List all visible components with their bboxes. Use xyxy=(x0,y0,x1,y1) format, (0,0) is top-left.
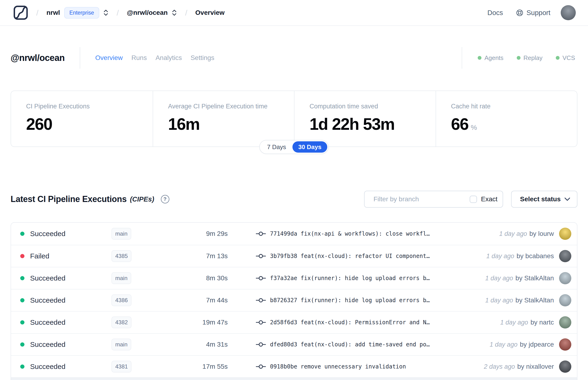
tab-analytics[interactable]: Analytics xyxy=(155,54,182,62)
status-select-dropdown[interactable]: Select status xyxy=(511,191,577,208)
divider xyxy=(80,47,80,69)
row-author: by StalkAltan xyxy=(515,274,554,282)
next-row-edge xyxy=(11,378,577,380)
tab-settings[interactable]: Settings xyxy=(190,54,214,62)
cipe-table-row[interactable]: Succeeded 4386 7m 44s b8726327 fix(runne… xyxy=(11,289,577,311)
author-avatar xyxy=(559,228,571,240)
help-icon[interactable]: ? xyxy=(161,195,169,203)
commit-message-link[interactable]: dfed80d3 feat(nx-cloud): add time-saved … xyxy=(270,341,430,348)
row-duration: 8m 30s xyxy=(171,274,228,282)
service-vcs[interactable]: VCS xyxy=(556,54,575,62)
range-7-days-button[interactable]: 7 Days xyxy=(261,143,292,151)
stat-value: 66 xyxy=(451,115,469,133)
row-author: by jdpearce xyxy=(520,341,554,348)
cipe-table-row[interactable]: Succeeded main 4m 31s dfed80d3 feat(nx-c… xyxy=(11,333,577,355)
exact-match-control: Exact xyxy=(463,195,503,203)
workspace-name[interactable]: @nrwl/ocean xyxy=(127,9,168,17)
service-replay-label: Replay xyxy=(524,54,543,62)
row-duration: 19m 47s xyxy=(171,319,228,326)
cipe-title-suffix: (CIPEs) xyxy=(130,195,154,203)
service-agents-label: Agents xyxy=(485,54,504,62)
stat-value: 1d 22h 53m xyxy=(309,115,395,133)
status-dot xyxy=(20,232,24,236)
cipe-table-row[interactable]: Succeeded main 9m 29s 771499da fix(nx-ap… xyxy=(11,223,577,245)
commit-message-link[interactable]: f37a32ae fix(runner): hide log upload er… xyxy=(270,275,430,282)
git-commit-icon xyxy=(256,363,266,370)
stat-value: 16m xyxy=(168,115,200,133)
row-meta: 1 day ago by StalkAltan xyxy=(485,272,571,284)
stat-label: Computation time saved xyxy=(309,103,429,110)
cipe-table-row[interactable]: Failed 4385 7m 13s 3b79fb38 feat(nx-clou… xyxy=(11,245,577,267)
breadcrumb-page: Overview xyxy=(195,9,225,17)
range-30-days-button[interactable]: 30 Days xyxy=(292,141,327,152)
cipe-table-row[interactable]: Succeeded 4381 17m 55s 0918b0be remove u… xyxy=(11,355,577,378)
breadcrumb-separator: / xyxy=(117,8,119,18)
page-title: @nrwl/ocean xyxy=(11,53,65,63)
branch-column: 4382 xyxy=(112,317,171,328)
commit-message-link[interactable]: 3b79fb38 feat(nx-cloud): refactor UI com… xyxy=(270,253,430,259)
row-duration: 7m 44s xyxy=(171,297,228,304)
commit-message-link[interactable]: b8726327 fix(runner): hide log upload er… xyxy=(270,297,430,304)
branch-badge[interactable]: main xyxy=(112,228,131,240)
exact-checkbox[interactable] xyxy=(470,196,477,203)
row-duration: 7m 13s xyxy=(171,252,228,260)
branch-column: main xyxy=(112,339,171,350)
tab-runs[interactable]: Runs xyxy=(132,54,147,62)
stat-cards: CI Pipeline Executions 260 Average CI Pi… xyxy=(11,91,577,147)
branch-badge[interactable]: 4385 xyxy=(112,250,132,262)
branch-badge[interactable]: 4386 xyxy=(112,294,132,306)
stat-suffix: % xyxy=(471,123,477,131)
row-status: Succeeded xyxy=(30,274,112,282)
service-vcs-label: VCS xyxy=(563,54,575,62)
stat-label: Average CI Pipeline Execution time xyxy=(168,103,287,110)
commit-message-link[interactable]: 0918b0be remove unnecessary invalidation xyxy=(270,363,406,370)
cipe-table-body: Succeeded main 9m 29s 771499da fix(nx-ap… xyxy=(11,223,577,378)
branch-filter-group: Exact xyxy=(364,191,503,208)
support-link[interactable]: Support xyxy=(516,9,550,17)
lifebuoy-icon xyxy=(516,9,523,17)
row-meta: 1 day ago by jdpearce xyxy=(490,338,571,351)
branch-badge[interactable]: main xyxy=(112,339,131,350)
row-author: by nixallover xyxy=(517,363,554,370)
row-author: by lourw xyxy=(530,230,554,237)
row-status: Succeeded xyxy=(30,362,112,371)
status-dot xyxy=(20,276,24,280)
breadcrumb-separator: / xyxy=(185,8,187,18)
tab-overview[interactable]: Overview xyxy=(95,54,123,62)
status-dot xyxy=(20,342,24,347)
top-navbar: / nrwl Enterprise / @nrwl/ocean / Overvi… xyxy=(0,0,588,26)
org-name[interactable]: nrwl xyxy=(46,9,60,17)
row-meta: 1 day ago by StalkAltan xyxy=(485,294,571,306)
user-avatar[interactable] xyxy=(561,5,576,20)
org-switcher-chevron-icon[interactable] xyxy=(103,9,109,17)
workspace-switcher-chevron-icon[interactable] xyxy=(171,9,177,17)
docs-link[interactable]: Docs xyxy=(487,9,503,17)
branch-badge[interactable]: 4382 xyxy=(112,317,132,328)
branch-column: 4386 xyxy=(112,294,171,306)
commit-message-link[interactable]: 771499da fix(nx-api & workflows): close … xyxy=(270,230,430,237)
branch-filter-input[interactable] xyxy=(364,191,463,207)
status-dot xyxy=(20,298,24,303)
row-status: Succeeded xyxy=(30,318,112,326)
cipe-table-row[interactable]: Succeeded main 8m 30s f37a32ae fix(runne… xyxy=(11,267,577,289)
nx-cloud-logo-icon[interactable] xyxy=(13,5,28,20)
stat-label: CI Pipeline Executions xyxy=(26,103,146,110)
commit-message-link[interactable]: 2d58f6d3 feat(nx-cloud): PermissionError… xyxy=(270,319,430,326)
row-meta: 1 day ago by bcabanes xyxy=(486,250,571,262)
branch-badge[interactable]: main xyxy=(112,272,131,284)
cipe-controls: Exact Select status xyxy=(364,191,577,208)
branch-badge[interactable]: 4381 xyxy=(112,361,132,373)
stat-value: 260 xyxy=(26,115,52,133)
cipe-table-row[interactable]: Succeeded 4382 19m 47s 2d58f6d3 feat(nx-… xyxy=(11,311,577,333)
service-replay[interactable]: Replay xyxy=(517,54,543,62)
service-agents[interactable]: Agents xyxy=(478,54,504,62)
git-commit-icon xyxy=(256,297,266,303)
stat-card-cache-hit-rate: Cache hit rate 66% xyxy=(436,91,577,147)
status-dot xyxy=(556,56,560,60)
row-meta: 1 day ago by lourw xyxy=(499,228,571,240)
author-avatar xyxy=(559,250,571,262)
row-timestamp: 1 day ago xyxy=(500,319,528,326)
git-commit-icon xyxy=(256,275,266,281)
row-duration: 4m 31s xyxy=(171,341,228,348)
status-dot xyxy=(20,254,24,258)
